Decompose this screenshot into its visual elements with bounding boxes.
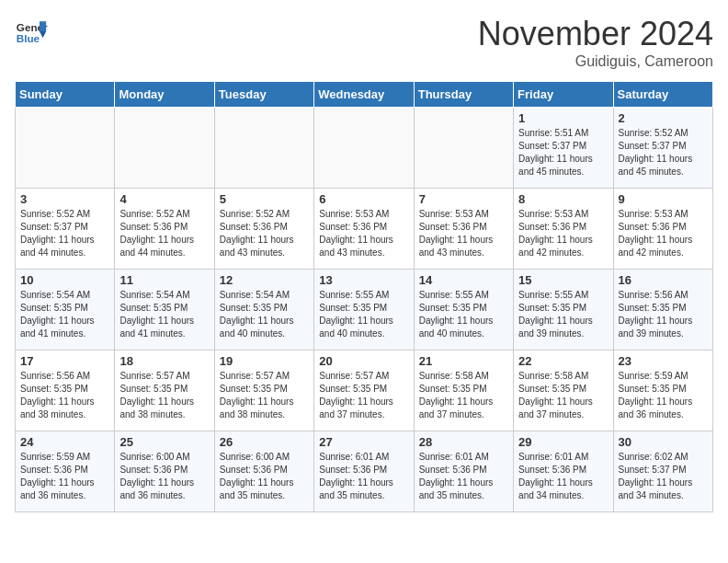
weekday-saturday: Saturday: [613, 82, 712, 108]
calendar-cell: 27Sunrise: 6:01 AM Sunset: 5:36 PM Dayli…: [314, 431, 414, 512]
calendar-cell: 19Sunrise: 5:57 AM Sunset: 5:35 PM Dayli…: [214, 350, 313, 431]
day-number: 10: [20, 273, 109, 287]
weekday-thursday: Thursday: [414, 82, 513, 108]
day-number: 26: [220, 435, 309, 449]
day-info: Sunrise: 5:59 AM Sunset: 5:36 PM Dayligh…: [20, 451, 109, 502]
day-info: Sunrise: 5:52 AM Sunset: 5:36 PM Dayligh…: [220, 208, 309, 259]
day-number: 30: [619, 435, 708, 449]
day-info: Sunrise: 6:00 AM Sunset: 5:36 PM Dayligh…: [220, 451, 309, 502]
day-info: Sunrise: 6:01 AM Sunset: 5:36 PM Dayligh…: [518, 451, 608, 502]
day-number: 19: [220, 354, 309, 368]
svg-text:Blue: Blue: [17, 32, 40, 44]
day-number: 17: [20, 354, 109, 368]
day-info: Sunrise: 6:01 AM Sunset: 5:36 PM Dayligh…: [319, 451, 408, 502]
calendar-cell: [115, 108, 214, 189]
calendar-header: SundayMondayTuesdayWednesdayThursdayFrid…: [16, 82, 713, 108]
day-number: 7: [419, 192, 508, 206]
day-number: 16: [619, 273, 708, 287]
calendar-body: 1Sunrise: 5:51 AM Sunset: 5:37 PM Daylig…: [16, 108, 713, 512]
day-number: 25: [119, 435, 209, 449]
day-number: 20: [319, 354, 408, 368]
day-info: Sunrise: 5:58 AM Sunset: 5:35 PM Dayligh…: [419, 370, 508, 421]
day-number: 4: [119, 192, 209, 206]
logo: General Blue: [15, 15, 48, 48]
weekday-sunday: Sunday: [16, 82, 115, 108]
svg-marker-2: [40, 21, 46, 31]
day-info: Sunrise: 5:56 AM Sunset: 5:35 PM Dayligh…: [619, 289, 708, 340]
day-number: 29: [518, 435, 608, 449]
day-number: 11: [119, 273, 209, 287]
day-info: Sunrise: 5:51 AM Sunset: 5:37 PM Dayligh…: [518, 127, 608, 178]
calendar-week-2: 3Sunrise: 5:52 AM Sunset: 5:37 PM Daylig…: [16, 189, 713, 270]
day-number: 22: [518, 354, 608, 368]
calendar-cell: 20Sunrise: 5:57 AM Sunset: 5:35 PM Dayli…: [314, 350, 414, 431]
weekday-header-row: SundayMondayTuesdayWednesdayThursdayFrid…: [16, 82, 713, 108]
calendar-cell: 28Sunrise: 6:01 AM Sunset: 5:36 PM Dayli…: [414, 431, 513, 512]
day-info: Sunrise: 5:57 AM Sunset: 5:35 PM Dayligh…: [119, 370, 209, 421]
day-number: 5: [220, 192, 309, 206]
day-number: 21: [419, 354, 508, 368]
weekday-wednesday: Wednesday: [314, 82, 414, 108]
day-info: Sunrise: 5:57 AM Sunset: 5:35 PM Dayligh…: [220, 370, 309, 421]
calendar-cell: 29Sunrise: 6:01 AM Sunset: 5:36 PM Dayli…: [514, 431, 613, 512]
calendar-cell: 8Sunrise: 5:53 AM Sunset: 5:36 PM Daylig…: [514, 189, 613, 270]
day-info: Sunrise: 5:52 AM Sunset: 5:37 PM Dayligh…: [619, 127, 708, 178]
day-info: Sunrise: 5:54 AM Sunset: 5:35 PM Dayligh…: [20, 289, 109, 340]
calendar-cell: 3Sunrise: 5:52 AM Sunset: 5:37 PM Daylig…: [16, 189, 115, 270]
day-info: Sunrise: 5:55 AM Sunset: 5:35 PM Dayligh…: [419, 289, 508, 340]
calendar-week-5: 24Sunrise: 5:59 AM Sunset: 5:36 PM Dayli…: [16, 431, 713, 512]
day-number: 6: [319, 192, 408, 206]
calendar-cell: 14Sunrise: 5:55 AM Sunset: 5:35 PM Dayli…: [414, 270, 513, 350]
day-number: 8: [518, 192, 608, 206]
day-info: Sunrise: 5:54 AM Sunset: 5:35 PM Dayligh…: [220, 289, 309, 340]
day-info: Sunrise: 5:53 AM Sunset: 5:36 PM Dayligh…: [619, 208, 708, 259]
day-info: Sunrise: 5:52 AM Sunset: 5:37 PM Dayligh…: [20, 208, 109, 259]
day-info: Sunrise: 5:55 AM Sunset: 5:35 PM Dayligh…: [319, 289, 408, 340]
day-number: 14: [419, 273, 508, 287]
day-number: 15: [518, 273, 608, 287]
calendar-cell: 1Sunrise: 5:51 AM Sunset: 5:37 PM Daylig…: [514, 108, 613, 189]
day-info: Sunrise: 5:56 AM Sunset: 5:35 PM Dayligh…: [20, 370, 109, 421]
weekday-monday: Monday: [115, 82, 214, 108]
calendar-cell: 15Sunrise: 5:55 AM Sunset: 5:35 PM Dayli…: [514, 270, 613, 350]
calendar-cell: 23Sunrise: 5:59 AM Sunset: 5:35 PM Dayli…: [613, 350, 712, 431]
day-info: Sunrise: 5:54 AM Sunset: 5:35 PM Dayligh…: [119, 289, 209, 340]
day-info: Sunrise: 5:53 AM Sunset: 5:36 PM Dayligh…: [419, 208, 508, 259]
calendar-cell: [314, 108, 414, 189]
logo-icon: General Blue: [15, 15, 48, 48]
svg-marker-3: [40, 31, 46, 38]
day-info: Sunrise: 5:53 AM Sunset: 5:36 PM Dayligh…: [319, 208, 408, 259]
calendar-cell: 5Sunrise: 5:52 AM Sunset: 5:36 PM Daylig…: [214, 189, 313, 270]
calendar-table: SundayMondayTuesdayWednesdayThursdayFrid…: [15, 81, 713, 512]
day-number: 24: [20, 435, 109, 449]
calendar-cell: 25Sunrise: 6:00 AM Sunset: 5:36 PM Dayli…: [115, 431, 214, 512]
day-number: 12: [220, 273, 309, 287]
calendar-cell: 13Sunrise: 5:55 AM Sunset: 5:35 PM Dayli…: [314, 270, 414, 350]
location: Guidiguis, Cameroon: [478, 53, 713, 70]
calendar-cell: [214, 108, 313, 189]
calendar-cell: [16, 108, 115, 189]
calendar-cell: 18Sunrise: 5:57 AM Sunset: 5:35 PM Dayli…: [115, 350, 214, 431]
day-number: 3: [20, 192, 109, 206]
day-info: Sunrise: 5:59 AM Sunset: 5:35 PM Dayligh…: [619, 370, 708, 421]
day-number: 2: [619, 111, 708, 125]
day-info: Sunrise: 5:58 AM Sunset: 5:35 PM Dayligh…: [518, 370, 608, 421]
calendar-cell: [414, 108, 513, 189]
calendar-cell: 4Sunrise: 5:52 AM Sunset: 5:36 PM Daylig…: [115, 189, 214, 270]
calendar-cell: 26Sunrise: 6:00 AM Sunset: 5:36 PM Dayli…: [214, 431, 313, 512]
title-block: November 2024 Guidiguis, Cameroon: [478, 15, 713, 70]
day-info: Sunrise: 5:57 AM Sunset: 5:35 PM Dayligh…: [319, 370, 408, 421]
day-info: Sunrise: 6:02 AM Sunset: 5:37 PM Dayligh…: [619, 451, 708, 502]
day-number: 23: [619, 354, 708, 368]
month-title: November 2024: [478, 15, 713, 53]
day-number: 18: [119, 354, 209, 368]
calendar-week-4: 17Sunrise: 5:56 AM Sunset: 5:35 PM Dayli…: [16, 350, 713, 431]
day-info: Sunrise: 6:00 AM Sunset: 5:36 PM Dayligh…: [119, 451, 209, 502]
calendar-cell: 30Sunrise: 6:02 AM Sunset: 5:37 PM Dayli…: [613, 431, 712, 512]
calendar-cell: 9Sunrise: 5:53 AM Sunset: 5:36 PM Daylig…: [613, 189, 712, 270]
calendar-cell: 12Sunrise: 5:54 AM Sunset: 5:35 PM Dayli…: [214, 270, 313, 350]
calendar-week-1: 1Sunrise: 5:51 AM Sunset: 5:37 PM Daylig…: [16, 108, 713, 189]
calendar-cell: 6Sunrise: 5:53 AM Sunset: 5:36 PM Daylig…: [314, 189, 414, 270]
day-number: 13: [319, 273, 408, 287]
day-number: 9: [619, 192, 708, 206]
